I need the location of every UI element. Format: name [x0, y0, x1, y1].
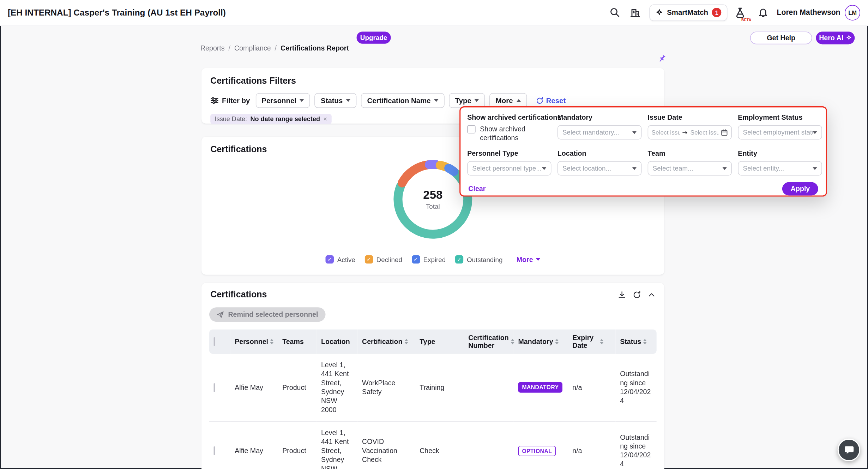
chevron-down-icon	[722, 167, 727, 170]
breadcrumb-compliance[interactable]: Compliance	[234, 44, 271, 52]
breadcrumb-current: Certifications Report	[281, 44, 349, 52]
cell-type: Training	[415, 354, 464, 421]
show-archived-checkbox[interactable]	[467, 125, 476, 133]
beta-tag: BETA	[741, 17, 751, 21]
sort-icon[interactable]	[600, 339, 603, 345]
cell-certification-number	[464, 421, 514, 469]
legend-item-active[interactable]: ✓ Active	[326, 255, 355, 264]
field-entity: Entity Select entity...	[738, 150, 822, 176]
column-personnel[interactable]: Personnel	[235, 338, 273, 345]
sort-icon[interactable]	[511, 339, 514, 345]
table-row: Alfie May Product Level 1, 441 Kent Stre…	[209, 421, 657, 469]
search-icon[interactable]	[608, 6, 622, 19]
smartmatch-button[interactable]: SmartMatch 1	[649, 4, 728, 21]
team-select[interactable]: Select team...	[648, 161, 732, 176]
table-card-header: Certifications	[209, 290, 657, 299]
cell-mandatory: MANDATORY	[514, 354, 568, 421]
show-archived-checkbox-row[interactable]: Show archived certifications	[467, 125, 551, 142]
show-archived-checkbox-label: Show archived certifications	[480, 125, 551, 142]
employment-status-select[interactable]: Select employment statu	[738, 125, 822, 139]
cell-location: Level 1, 441 Kent Street, Sydney NSW 200…	[317, 354, 357, 421]
entity-label: Entity	[738, 150, 822, 158]
apply-filters-button[interactable]: Apply	[782, 182, 818, 196]
legend-checkbox-active[interactable]: ✓	[326, 255, 334, 264]
notifications-bell-icon[interactable]	[756, 6, 770, 19]
refresh-icon	[536, 97, 543, 105]
column-type: Type	[420, 338, 459, 345]
remove-tag-icon[interactable]: ×	[323, 116, 327, 123]
legend-more-label: More	[517, 256, 533, 263]
chevron-down-icon	[346, 99, 351, 102]
legend-checkbox-outstanding[interactable]: ✓	[455, 255, 464, 264]
download-icon[interactable]	[618, 291, 626, 299]
hero-ai-button[interactable]: Hero AI	[816, 31, 855, 44]
legend-label-outstanding: Outstanding	[467, 256, 503, 263]
row-checkbox[interactable]	[214, 446, 215, 455]
arrow-right-icon	[682, 129, 688, 135]
cell-certification-number	[464, 354, 514, 421]
legend-checkbox-declined[interactable]: ✓	[365, 255, 373, 264]
filter-by-label: Filter by	[222, 96, 250, 105]
cell-personnel: Alfie May	[230, 354, 278, 421]
mandatory-placeholder: Select mandatory...	[562, 129, 619, 136]
column-status[interactable]: Status	[620, 338, 652, 345]
mandatory-select[interactable]: Select mandatory...	[557, 125, 641, 139]
filter-type-dropdown[interactable]: Type	[449, 93, 485, 108]
top-header: [EH INTERNAL] Casper's Training (AU 1st …	[0, 0, 868, 25]
location-label: Location	[557, 150, 641, 158]
personnel-type-select[interactable]: Select personnel type...	[467, 161, 551, 176]
filter-more-dropdown[interactable]: More	[490, 93, 527, 108]
collapse-chevron-up-icon[interactable]	[648, 291, 656, 299]
sort-icon[interactable]	[643, 339, 646, 345]
legend-checkbox-expired[interactable]: ✓	[412, 255, 420, 264]
field-personnel-type: Personnel Type Select personnel type...	[467, 150, 551, 176]
personnel-type-label: Personnel Type	[467, 150, 551, 158]
sort-icon[interactable]	[555, 339, 559, 345]
column-certification-number[interactable]: Certification Number	[468, 334, 509, 349]
breadcrumb: Reports / Compliance / Certifications Re…	[200, 44, 349, 52]
filter-personnel-label: Personnel	[261, 96, 296, 105]
user-menu[interactable]: Loren Mathewson LM	[777, 5, 861, 20]
cell-mandatory: OPTIONAL	[514, 421, 568, 469]
issue-date-range-picker[interactable]: Select issu Select issu	[648, 125, 732, 139]
tag-value: No date range selected	[250, 116, 320, 123]
get-help-button[interactable]: Get Help	[750, 31, 812, 44]
beta-feature-icon[interactable]: BETA	[735, 4, 749, 21]
organisation-icon[interactable]	[629, 6, 642, 19]
legend-item-declined[interactable]: ✓ Declined	[365, 255, 402, 264]
legend-more-dropdown[interactable]: More	[517, 256, 540, 263]
entity-select[interactable]: Select entity...	[738, 161, 822, 176]
clear-filters-link[interactable]: Clear	[468, 185, 486, 193]
breadcrumb-separator: /	[275, 44, 277, 52]
chevron-down-icon	[813, 167, 817, 170]
sort-icon[interactable]	[405, 339, 408, 345]
cell-teams: Product	[278, 421, 317, 469]
reset-filters-link[interactable]: Reset	[536, 96, 566, 105]
remind-button-label: Remind selected personnel	[228, 311, 318, 319]
chat-widget-button[interactable]	[838, 439, 860, 461]
cell-personnel: Alfie May	[230, 421, 278, 469]
filter-status-dropdown[interactable]: Status	[315, 93, 357, 108]
legend-item-expired[interactable]: ✓ Expired	[412, 255, 446, 264]
hero-ai-label: Hero AI	[819, 34, 843, 42]
location-select[interactable]: Select location...	[557, 161, 641, 176]
column-expiry-date[interactable]: Expiry Date	[572, 334, 611, 349]
filter-certification-name-dropdown[interactable]: Certification Name	[361, 93, 445, 108]
breadcrumb-reports[interactable]: Reports	[200, 44, 225, 52]
column-mandatory[interactable]: Mandatory	[518, 338, 563, 345]
filter-personnel-dropdown[interactable]: Personnel	[255, 93, 310, 108]
popover-footer: Clear Apply	[460, 176, 826, 195]
select-all-checkbox[interactable]	[214, 337, 215, 346]
column-certification[interactable]: Certification	[362, 338, 411, 345]
row-checkbox[interactable]	[214, 383, 215, 392]
issue-date-start-placeholder: Select issu	[652, 129, 680, 136]
field-team: Team Select team...	[648, 150, 732, 176]
pin-icon[interactable]	[656, 53, 668, 65]
legend-item-outstanding[interactable]: ✓ Outstanding	[455, 255, 502, 264]
upgrade-button[interactable]: Upgrade	[356, 31, 391, 43]
mandatory-label: Mandatory	[557, 113, 641, 121]
remind-selected-personnel-button[interactable]: Remind selected personnel	[209, 307, 325, 322]
sort-icon[interactable]	[270, 339, 273, 345]
chevron-down-icon	[632, 131, 637, 134]
refresh-icon[interactable]	[633, 291, 641, 299]
